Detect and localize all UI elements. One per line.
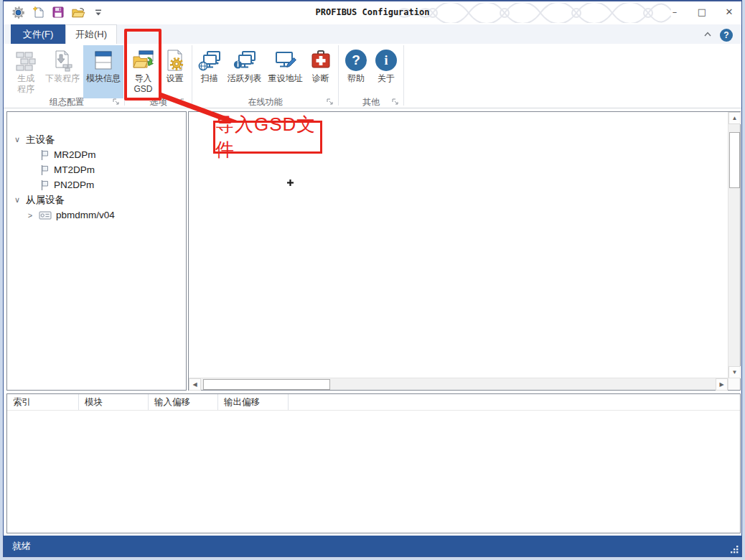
tree-node-slaves[interactable]: ∨ 从属设备 bbox=[7, 192, 186, 207]
app-window: PROFIBUS Configuration – □ ✕ 文件(F) 开始(H)… bbox=[0, 0, 745, 560]
diagnose-label: 诊断 bbox=[312, 73, 329, 84]
download-program-icon bbox=[51, 47, 74, 73]
settings-button[interactable]: 设置 bbox=[160, 45, 190, 98]
scroll-right-icon[interactable]: ▶ bbox=[716, 378, 728, 391]
active-list-label: 活跃列表 bbox=[228, 73, 262, 84]
settings-gear-icon bbox=[164, 47, 187, 73]
scroll-up-icon[interactable]: ▲ bbox=[728, 112, 741, 124]
module-info-button[interactable]: 模块信息 bbox=[83, 45, 123, 98]
status-text: 就绪 bbox=[12, 540, 31, 553]
reset-address-icon bbox=[273, 47, 298, 73]
window-title: PROFIBUS Configuration bbox=[4, 7, 741, 17]
chevron-right-icon[interactable]: > bbox=[26, 211, 34, 220]
tab-file[interactable]: 文件(F) bbox=[11, 24, 65, 44]
column-header-input-offset[interactable]: 输入偏移 bbox=[149, 394, 218, 410]
window-controls: – □ ✕ bbox=[667, 4, 737, 19]
chevron-down-icon[interactable]: ∨ bbox=[13, 195, 22, 205]
download-program-label: 下装程序 bbox=[45, 73, 80, 84]
chevron-down-icon[interactable]: ∨ bbox=[13, 135, 22, 144]
horizontal-scrollbar[interactable]: ◀ ▶ bbox=[189, 378, 728, 390]
generate-program-label: 生成 程序 bbox=[17, 73, 34, 95]
tree-label: MR2DPm bbox=[54, 149, 96, 160]
dialog-launcher-icon[interactable] bbox=[327, 98, 334, 106]
scroll-left-icon[interactable]: ◀ bbox=[189, 378, 201, 391]
about-circle-icon: i bbox=[375, 47, 397, 73]
tree-label: 从属设备 bbox=[26, 194, 65, 207]
cursor-crosshair-icon bbox=[287, 179, 294, 186]
ribbon-group-options: 导入 GSD 设置 bbox=[125, 44, 192, 108]
ribbon-group-other: ? 帮助 i 关于 其他 bbox=[339, 44, 403, 108]
device-tree-panel: ∨ 主设备 MR2DPm MT2 bbox=[6, 111, 187, 391]
ribbon-group-config: 生成 程序 bbox=[9, 44, 124, 108]
dialog-launcher-icon[interactable] bbox=[180, 98, 187, 106]
module-table-panel: 索引 模块 输入偏移 输出偏移 bbox=[6, 393, 741, 533]
import-gsd-button[interactable]: 导入 GSD bbox=[127, 45, 160, 98]
dialog-launcher-icon[interactable] bbox=[113, 98, 120, 106]
bricks-icon bbox=[14, 47, 37, 73]
column-header-output-offset[interactable]: 输出偏移 bbox=[218, 394, 289, 410]
resize-grip[interactable] bbox=[728, 543, 739, 554]
diagnose-button[interactable]: 诊断 bbox=[306, 45, 336, 98]
module-info-icon bbox=[92, 47, 115, 73]
ribbon: 生成 程序 bbox=[4, 44, 741, 108]
help-label: 帮助 bbox=[347, 73, 365, 84]
titlebar: PROFIBUS Configuration – □ ✕ bbox=[4, 1, 741, 24]
group-caption-online: 在线功能 bbox=[192, 96, 338, 106]
reset-address-button[interactable]: 重设地址 bbox=[266, 45, 306, 98]
tree-node-mt2dpm[interactable]: MT2DPm bbox=[7, 162, 186, 177]
flag-icon bbox=[39, 179, 50, 191]
tree-label: PN2DPm bbox=[54, 179, 94, 190]
scan-button[interactable]: 扫描 bbox=[195, 45, 224, 98]
minimize-button[interactable]: – bbox=[667, 4, 683, 19]
active-list-button[interactable]: 活跃列表 bbox=[224, 45, 266, 98]
column-header-spacer bbox=[289, 394, 740, 410]
flag-icon bbox=[39, 164, 50, 176]
about-label: 关于 bbox=[378, 73, 395, 84]
vertical-scrollbar[interactable]: ▲ ▼ bbox=[728, 112, 740, 378]
maximize-button[interactable]: □ bbox=[694, 4, 710, 19]
column-header-module[interactable]: 模块 bbox=[79, 394, 149, 410]
flag-icon bbox=[39, 149, 50, 161]
group-caption-config: 组态配置 bbox=[9, 96, 124, 106]
table-header-row: 索引 模块 输入偏移 输出偏移 bbox=[7, 394, 740, 411]
ribbon-tab-row: 文件(F) 开始(H) ? bbox=[4, 24, 741, 44]
tree-label: 主设备 bbox=[26, 134, 55, 146]
tree-node-masters[interactable]: ∨ 主设备 bbox=[7, 132, 186, 147]
scroll-down-icon[interactable]: ▼ bbox=[728, 366, 741, 378]
diagnose-firstaid-icon bbox=[309, 47, 332, 73]
active-list-icon bbox=[233, 47, 257, 73]
tree-label: MT2DPm bbox=[54, 164, 95, 175]
generate-program-button[interactable]: 生成 程序 bbox=[10, 45, 42, 98]
download-program-button[interactable]: 下装程序 bbox=[42, 45, 83, 98]
settings-label: 设置 bbox=[167, 73, 184, 84]
status-bar: 就绪 bbox=[4, 536, 741, 556]
help-button[interactable]: ? 帮助 bbox=[341, 45, 371, 98]
about-button[interactable]: i 关于 bbox=[371, 45, 401, 98]
horizontal-scroll-thumb[interactable] bbox=[203, 379, 330, 390]
app-frame: PROFIBUS Configuration – □ ✕ 文件(F) 开始(H)… bbox=[3, 0, 742, 557]
import-gsd-icon bbox=[132, 47, 155, 73]
scan-label: 扫描 bbox=[201, 73, 218, 84]
tree-node-pbmdmm[interactable]: > pbmdmm/v04 bbox=[7, 207, 186, 223]
device-card-icon bbox=[39, 210, 52, 220]
collapse-ribbon-icon[interactable] bbox=[703, 29, 713, 42]
tree-label: pbmdmm/v04 bbox=[56, 210, 115, 220]
help-circle-icon: ? bbox=[345, 47, 367, 73]
column-header-index[interactable]: 索引 bbox=[7, 394, 79, 410]
dialog-launcher-icon[interactable] bbox=[392, 98, 399, 106]
annotation-callout: 导入GSD文件 bbox=[213, 121, 322, 154]
scan-network-icon bbox=[197, 47, 222, 73]
close-button[interactable]: ✕ bbox=[721, 4, 737, 19]
reset-address-label: 重设地址 bbox=[268, 73, 303, 84]
vertical-scroll-thumb[interactable] bbox=[729, 132, 740, 188]
ribbon-help-icon[interactable]: ? bbox=[720, 29, 733, 42]
ribbon-group-online: 扫描 bbox=[192, 44, 338, 108]
scrollbar-corner bbox=[728, 378, 740, 390]
import-gsd-label: 导入 GSD bbox=[133, 73, 152, 95]
tree-node-mr2dpm[interactable]: MR2DPm bbox=[7, 147, 186, 162]
tree-node-pn2dpm[interactable]: PN2DPm bbox=[7, 177, 186, 192]
tab-start[interactable]: 开始(H) bbox=[65, 24, 117, 44]
module-info-label: 模块信息 bbox=[86, 73, 121, 84]
